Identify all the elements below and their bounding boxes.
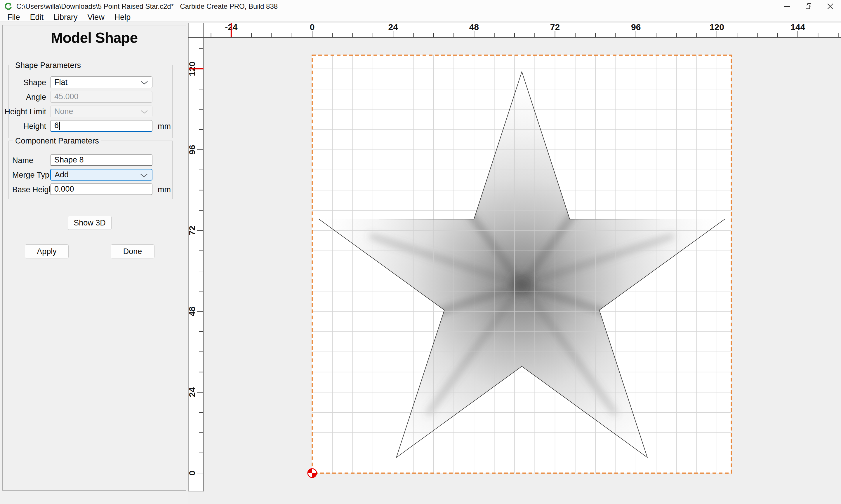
name-row: Name Shape 8 [9, 154, 172, 166]
title-bar: C:\Users\willa\Downloads\5 Point Raised … [0, 0, 841, 13]
height-label: Height [23, 122, 46, 131]
angle-field-value: 45.000 [54, 92, 79, 101]
svg-text:120: 120 [709, 23, 724, 32]
angle-label: Angle [26, 93, 46, 102]
base-height-label: Base Height [12, 185, 55, 194]
base-height-row: Base Height 0.000 mm [9, 183, 172, 195]
merge-type-label: Merge Type [12, 170, 54, 180]
shape-parameters-legend: Shape Parameters [13, 61, 83, 70]
merge-type-row: Merge Type Add [9, 169, 172, 181]
merge-type-value: Add [55, 170, 69, 179]
name-label: Name [12, 156, 33, 165]
component-parameters-group: Component Parameters Name Shape 8 Merge … [8, 141, 173, 199]
height-limit-select: None [50, 106, 152, 117]
chevron-down-icon [140, 81, 148, 85]
height-field-value: 6 [54, 121, 59, 130]
height-limit-value: None [54, 107, 73, 116]
chevron-down-icon [140, 110, 148, 114]
base-height-field[interactable]: 0.000 [50, 183, 152, 195]
svg-text:72: 72 [188, 226, 197, 235]
svg-text:24: 24 [188, 387, 197, 397]
model-shape-panel: Model Shape Shape Parameters Shape Flat … [2, 25, 186, 490]
svg-text:96: 96 [188, 145, 197, 155]
svg-text:72: 72 [550, 23, 560, 32]
angle-field: 45.000 [50, 91, 152, 103]
base-height-value: 0.000 [54, 185, 74, 194]
menu-item-view[interactable]: View [83, 13, 109, 22]
page-title: Model Shape [3, 30, 186, 47]
origin-marker[interactable] [308, 469, 316, 478]
height-field[interactable]: 6 [50, 120, 152, 132]
show-3d-button[interactable]: Show 3D [68, 216, 111, 230]
restore-icon[interactable] [798, 0, 819, 13]
svg-text:48: 48 [469, 23, 479, 32]
text-caret [59, 122, 60, 130]
merge-type-select[interactable]: Add [50, 169, 152, 181]
done-button[interactable]: Done [111, 245, 154, 258]
name-field-value: Shape 8 [54, 156, 84, 164]
svg-text:48: 48 [188, 307, 197, 316]
base-height-unit-label: mm [158, 185, 171, 194]
shape-parameters-group: Shape Parameters Shape Flat Angle 45.000… [8, 65, 173, 138]
svg-text:144: 144 [790, 23, 805, 32]
chevron-down-icon [140, 174, 148, 177]
name-field[interactable]: Shape 8 [50, 154, 152, 166]
window-title: C:\Users\willa\Downloads\5 Point Raised … [16, 2, 278, 11]
apply-button[interactable]: Apply [25, 245, 69, 258]
height-row: Height 6 mm [9, 120, 172, 132]
window-controls [776, 0, 841, 13]
svg-text:96: 96 [631, 23, 641, 32]
menu-item-edit[interactable]: Edit [25, 13, 49, 22]
shape-row: Shape Flat [9, 76, 172, 88]
minimize-icon[interactable] [776, 0, 798, 13]
component-parameters-legend: Component Parameters [13, 137, 101, 146]
app-icon [5, 3, 12, 10]
height-unit-label: mm [158, 122, 171, 131]
svg-text:0: 0 [188, 471, 197, 476]
left-ruler [188, 38, 204, 491]
shape-select-value: Flat [54, 78, 67, 87]
angle-row: Angle 45.000 [9, 91, 172, 103]
design-canvas[interactable]: -24024487296120144024487296120 [188, 23, 841, 504]
height-limit-row: Height Limit None [9, 106, 172, 117]
svg-text:0: 0 [310, 23, 315, 32]
height-limit-label: Height Limit [4, 107, 46, 116]
menu-item-file[interactable]: File [2, 13, 25, 22]
menu-item-help[interactable]: Help [109, 13, 136, 22]
svg-text:24: 24 [388, 23, 398, 32]
menu-item-library[interactable]: Library [49, 13, 83, 22]
shape-label: Shape [23, 78, 46, 87]
menu-bar: FileEditLibraryViewHelp [0, 13, 841, 22]
close-icon[interactable] [819, 0, 841, 13]
shape-select[interactable]: Flat [50, 76, 152, 88]
app-window: C:\Users\willa\Downloads\5 Point Raised … [0, 0, 841, 504]
